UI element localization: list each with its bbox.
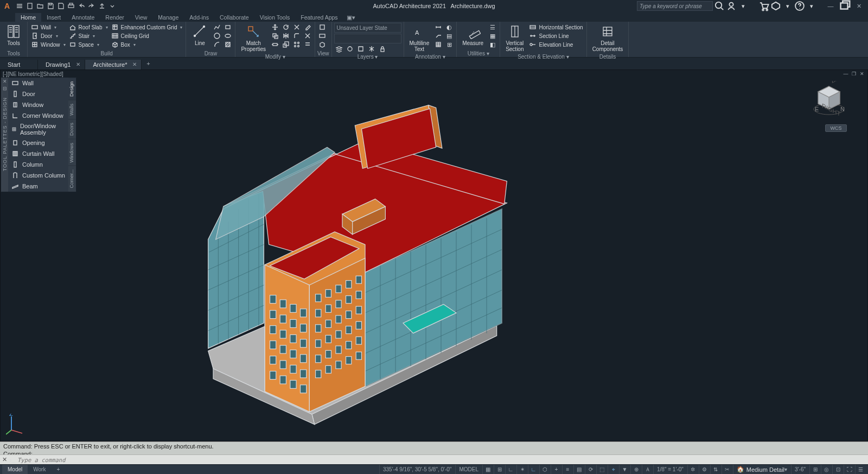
vp-minimize-icon[interactable]: — bbox=[843, 71, 849, 78]
layerprops-button[interactable] bbox=[334, 45, 344, 53]
redo-icon[interactable] bbox=[87, 2, 96, 10]
open-icon[interactable] bbox=[36, 2, 44, 10]
stretch-button[interactable] bbox=[270, 40, 280, 49]
copy-button[interactable] bbox=[270, 31, 280, 40]
snap-toggle-icon[interactable]: ⊞ bbox=[494, 465, 505, 474]
annoscale-icon[interactable]: Ａ bbox=[642, 465, 653, 474]
file-tab-start[interactable]: Start bbox=[0, 60, 38, 69]
space-toggle[interactable]: MODEL bbox=[455, 465, 482, 474]
layout-tab-model[interactable]: Model bbox=[2, 465, 28, 474]
cart-icon[interactable] bbox=[758, 1, 769, 11]
layerfreeze-button[interactable] bbox=[367, 45, 376, 53]
layer-state-combo[interactable]: Unsaved Layer State bbox=[334, 23, 401, 33]
coords-readout[interactable]: 335'-4 9/16", 30'-5 5/8", 0'-0" bbox=[379, 465, 455, 474]
cut-height[interactable]: 3'-6" bbox=[791, 465, 809, 474]
filter-icon[interactable]: ▼ bbox=[619, 465, 630, 474]
search-input[interactable]: Type a keyword or phrase bbox=[637, 1, 713, 11]
palette-item-beam[interactable]: Beam bbox=[8, 181, 68, 192]
iso-toggle-icon[interactable]: ⬡ bbox=[539, 465, 550, 474]
mtext-button[interactable]: AMultiline Text bbox=[406, 23, 433, 53]
layerlock-button[interactable] bbox=[378, 45, 387, 53]
units-icon[interactable]: ⊞ bbox=[809, 465, 820, 474]
measure-button[interactable]: Measure bbox=[459, 23, 487, 47]
vp-close-icon[interactable]: ✕ bbox=[859, 71, 865, 78]
palette-item-curtainwall[interactable]: Curtain Wall bbox=[8, 148, 68, 159]
dropdown2-icon[interactable]: ▾ bbox=[782, 1, 793, 11]
detail-level[interactable]: 🏠Medium Detail ▾ bbox=[733, 465, 790, 474]
file-tab-architecture[interactable]: Architecture*✕ bbox=[85, 60, 142, 69]
detailcomp-button[interactable]: Detail Components bbox=[589, 23, 627, 53]
layermatch-button[interactable] bbox=[356, 45, 366, 53]
move-button[interactable] bbox=[270, 23, 280, 31]
array-button[interactable] bbox=[292, 40, 302, 49]
roofslab-button[interactable]: Roof Slab▾ bbox=[68, 23, 109, 31]
vsection-button[interactable]: Vertical Section bbox=[502, 23, 527, 53]
circle-button[interactable] bbox=[212, 31, 222, 40]
grid-toggle-icon[interactable]: ▦ bbox=[482, 465, 493, 474]
rect-button[interactable] bbox=[223, 23, 233, 31]
door-button[interactable]: Door▾ bbox=[30, 31, 67, 40]
fillet-button[interactable] bbox=[292, 31, 302, 40]
palette-item-cornerwindow[interactable]: Corner Window bbox=[8, 110, 68, 121]
tab-manage[interactable]: Manage bbox=[152, 13, 184, 22]
dim2-button[interactable] bbox=[433, 31, 443, 40]
help-icon[interactable] bbox=[794, 1, 805, 11]
dim1-button[interactable] bbox=[433, 23, 443, 31]
ptab-doors[interactable]: Doors bbox=[68, 119, 76, 139]
palette-pin-icon[interactable]: ⊟ bbox=[3, 86, 7, 91]
scale-readout[interactable]: 1/8" = 1'-0" bbox=[653, 465, 687, 474]
customgrid-button[interactable]: Enhanced Custom Grid▾ bbox=[110, 23, 184, 31]
hatch-button[interactable] bbox=[223, 40, 233, 49]
cycling-icon[interactable]: ⟳ bbox=[585, 465, 596, 474]
tab-collaborate[interactable]: Collaborate bbox=[214, 13, 254, 22]
new-tab-button[interactable]: + bbox=[142, 58, 155, 69]
erase-button[interactable] bbox=[303, 23, 312, 31]
scale-button[interactable] bbox=[281, 40, 291, 49]
qat-dropdown-icon[interactable] bbox=[108, 2, 117, 10]
isolate-icon[interactable]: ◎ bbox=[821, 465, 832, 474]
close-icon[interactable]: ✕ bbox=[76, 61, 80, 67]
palette-item-customcolumn[interactable]: Custom Column bbox=[8, 170, 68, 181]
layout-add-button[interactable]: + bbox=[51, 465, 65, 474]
tab-insert[interactable]: Insert bbox=[41, 13, 66, 22]
customize-icon[interactable]: ☰ bbox=[855, 465, 866, 474]
window-button[interactable]: Window▾ bbox=[30, 40, 67, 49]
clean-screen-icon[interactable]: ⛶ bbox=[844, 465, 854, 474]
save-icon[interactable] bbox=[46, 2, 55, 10]
dropdown3-icon[interactable]: ▾ bbox=[806, 1, 817, 11]
new-icon[interactable] bbox=[25, 2, 34, 10]
hardware-accel-icon[interactable]: ⊡ bbox=[832, 465, 843, 474]
stair-button[interactable]: Stair▾ bbox=[68, 31, 109, 40]
layout-tab-work[interactable]: Work bbox=[28, 465, 51, 474]
lineweight-icon[interactable]: ≡ bbox=[562, 465, 573, 474]
rotate-button[interactable] bbox=[281, 23, 291, 31]
close-icon[interactable]: ✕ bbox=[132, 61, 137, 67]
palette-item-dwassembly[interactable]: Door/Window Assembly bbox=[8, 121, 68, 137]
explode-button[interactable] bbox=[303, 31, 312, 40]
ann2-button[interactable]: ▤ bbox=[444, 31, 454, 40]
viewport-label[interactable]: [-][NE Isometric][Shaded] bbox=[3, 71, 63, 77]
palette-item-opening[interactable]: Opening bbox=[8, 137, 68, 148]
view-cube[interactable]: RIGHT BACK E N bbox=[810, 81, 848, 119]
restore-button[interactable] bbox=[838, 1, 852, 11]
dim3-button[interactable] bbox=[433, 40, 443, 49]
wcs-badge[interactable]: WCS bbox=[825, 124, 847, 132]
tab-addins[interactable]: Add-ins bbox=[184, 13, 214, 22]
elevline-button[interactable]: Elevation Line bbox=[528, 40, 584, 49]
tab-featured-apps[interactable]: Featured Apps bbox=[295, 13, 343, 22]
file-tab-drawing1[interactable]: Drawing1✕ bbox=[38, 60, 85, 69]
palette-close-icon[interactable]: ✕ bbox=[3, 79, 7, 84]
layer-combo[interactable] bbox=[334, 34, 401, 43]
offset-button[interactable] bbox=[303, 40, 312, 49]
tab-expand-icon[interactable]: ▣▾ bbox=[343, 13, 359, 22]
dyn-toggle-icon[interactable]: + bbox=[551, 465, 561, 474]
mirror-button[interactable] bbox=[281, 31, 291, 40]
transparency-icon[interactable]: ▤ bbox=[573, 465, 584, 474]
matchprops-button[interactable]: Match Properties bbox=[238, 23, 269, 53]
signin-icon[interactable] bbox=[726, 1, 737, 11]
space-button[interactable]: Space▾ bbox=[68, 40, 109, 49]
polyline-button[interactable] bbox=[212, 23, 222, 31]
arc-button[interactable] bbox=[212, 40, 222, 49]
tab-view[interactable]: View bbox=[130, 13, 153, 22]
elev-icon[interactable]: ⇅ bbox=[710, 465, 721, 474]
